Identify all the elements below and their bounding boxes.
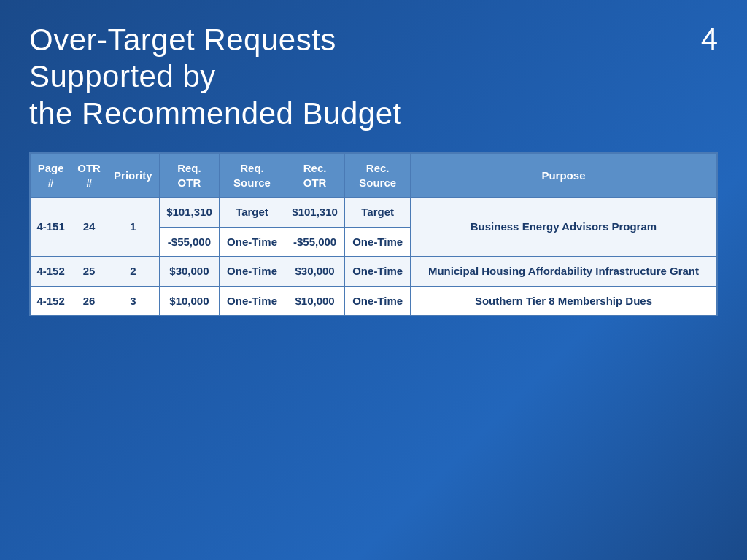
col-header-purpose: Purpose bbox=[410, 153, 717, 198]
cell-req-otr: -$55,000 bbox=[159, 227, 220, 257]
cell-req-otr: $101,310 bbox=[159, 198, 220, 228]
cell-req-otr: $30,000 bbox=[159, 257, 220, 287]
col-header-priority: Priority bbox=[107, 153, 160, 198]
cell-page: 4-151 bbox=[30, 198, 71, 257]
cell-req-source: One-Time bbox=[220, 286, 285, 316]
cell-req-source: One-Time bbox=[220, 257, 285, 287]
cell-req-source: Target bbox=[220, 198, 285, 228]
cell-rec-otr: $101,310 bbox=[285, 198, 345, 228]
cell-otr: 26 bbox=[71, 286, 107, 316]
table-header-row: Page # OTR # Priority Req. OTR Req. Sour… bbox=[30, 153, 717, 198]
cell-purpose: Southern Tier 8 Membership Dues bbox=[410, 286, 717, 316]
cell-rec-otr: $10,000 bbox=[285, 286, 345, 316]
col-header-rec-source: Rec. Source bbox=[345, 153, 411, 198]
col-header-otr: OTR # bbox=[71, 153, 107, 198]
data-table: Page # OTR # Priority Req. OTR Req. Sour… bbox=[29, 152, 718, 316]
cell-rec-otr: $30,000 bbox=[285, 257, 345, 287]
table-row: 4-151241$101,310Target$101,310TargetBusi… bbox=[30, 198, 717, 228]
cell-purpose: Municipal Housing Affordability Infrastr… bbox=[410, 257, 717, 287]
cell-purpose: Business Energy Advisors Program bbox=[410, 198, 717, 257]
slide-title: Over-Target Requests Supported by the Re… bbox=[29, 22, 402, 132]
cell-otr: 25 bbox=[71, 257, 107, 287]
table-row: 4-152263$10,000One-Time$10,000One-TimeSo… bbox=[30, 286, 717, 316]
cell-req-source: One-Time bbox=[220, 227, 285, 257]
cell-rec-source: One-Time bbox=[345, 227, 411, 257]
col-header-req-otr: Req. OTR bbox=[159, 153, 220, 198]
col-header-page: Page # bbox=[30, 153, 71, 198]
col-header-rec-otr: Rec. OTR bbox=[285, 153, 345, 198]
cell-page: 4-152 bbox=[30, 286, 71, 316]
table-container: Page # OTR # Priority Req. OTR Req. Sour… bbox=[29, 152, 718, 538]
cell-req-otr: $10,000 bbox=[159, 286, 220, 316]
cell-rec-source: Target bbox=[345, 198, 411, 228]
table-row: 4-152252$30,000One-Time$30,000One-TimeMu… bbox=[30, 257, 717, 287]
slide-number: 4 bbox=[689, 22, 718, 57]
title-area: Over-Target Requests Supported by the Re… bbox=[29, 22, 718, 132]
cell-otr: 24 bbox=[71, 198, 107, 257]
cell-rec-source: One-Time bbox=[345, 257, 411, 287]
cell-priority: 3 bbox=[107, 286, 160, 316]
cell-rec-source: One-Time bbox=[345, 286, 411, 316]
col-header-req-source: Req. Source bbox=[220, 153, 285, 198]
cell-priority: 2 bbox=[107, 257, 160, 287]
cell-page: 4-152 bbox=[30, 257, 71, 287]
cell-rec-otr: -$55,000 bbox=[285, 227, 345, 257]
cell-priority: 1 bbox=[107, 198, 160, 257]
